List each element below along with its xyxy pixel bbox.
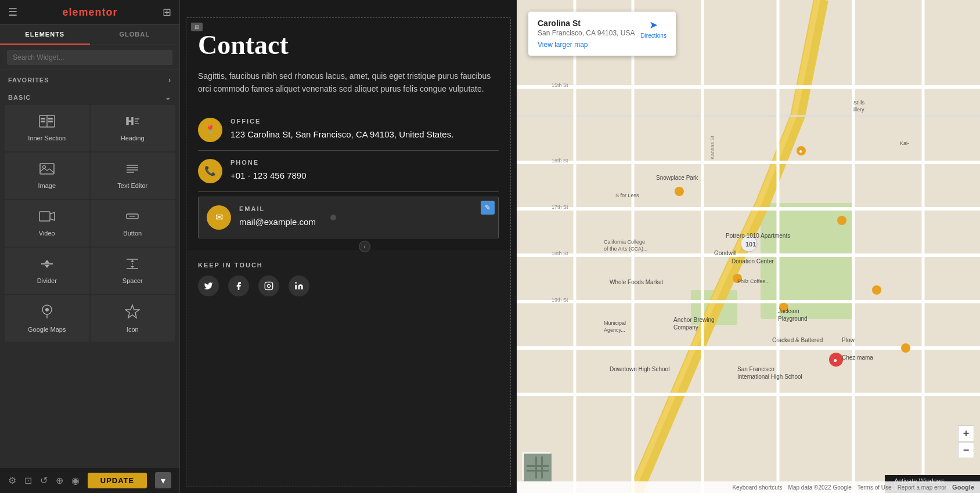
history-icon[interactable]: ↺ xyxy=(40,475,48,486)
svg-marker-28 xyxy=(131,260,134,262)
update-options-button[interactable]: ▾ xyxy=(155,472,171,488)
contact-title: Contact xyxy=(198,30,499,60)
tab-elements[interactable]: ELEMENTS xyxy=(0,25,90,45)
tab-global[interactable]: GLOBAL xyxy=(90,25,180,45)
map-data: Map data ©2022 Google xyxy=(788,484,852,491)
responsive-icon[interactable]: ⊡ xyxy=(24,475,32,486)
facebook-icon[interactable] xyxy=(228,276,249,296)
office-value: 123 Carolina St, San Francisco, CA 94103… xyxy=(230,128,499,142)
video-icon xyxy=(39,210,55,226)
video-label: Video xyxy=(39,230,55,237)
office-icon-circle: 📍 xyxy=(198,118,222,142)
section-handle[interactable]: ⊞ xyxy=(191,23,203,31)
map-popup: Carolina St San Francisco, CA 94103, USA… xyxy=(528,12,676,56)
phone-icon-circle: 📞 xyxy=(198,159,222,183)
svg-rect-4 xyxy=(48,118,53,119)
svg-text:illery: illery xyxy=(853,107,864,113)
svg-rect-5 xyxy=(48,121,53,122)
terms-of-use[interactable]: Terms of Use xyxy=(858,484,892,491)
report-map-error[interactable]: Report a map error xyxy=(898,484,946,491)
spacer-icon xyxy=(125,258,140,274)
phone-label: PHONE xyxy=(230,159,499,166)
svg-text:Cracked & Battered: Cracked & Battered xyxy=(772,337,823,343)
svg-text:17th St: 17th St xyxy=(552,204,568,210)
svg-marker-29 xyxy=(131,266,134,268)
svg-point-64 xyxy=(675,187,684,196)
svg-text:Municipal: Municipal xyxy=(604,320,626,326)
svg-text:California College: California College xyxy=(604,239,645,245)
map-footer-bar: Keyboard shortcuts Map data ©2022 Google… xyxy=(517,481,980,493)
zoom-out-button[interactable]: − xyxy=(958,442,974,458)
settings-icon[interactable]: ⚙ xyxy=(8,475,16,486)
page-preview: ⊞ Contact Sagittis, faucibus nibh sed rh… xyxy=(180,0,517,493)
element-inner-section[interactable]: Inner Section xyxy=(5,105,89,151)
directions-label: Directions xyxy=(640,32,666,39)
svg-point-32 xyxy=(45,308,49,311)
svg-text:Playground: Playground xyxy=(778,316,808,322)
sidebar-collapse-button[interactable]: ‹ xyxy=(359,241,370,252)
svg-text:Whole Foods Market: Whole Foods Market xyxy=(610,279,663,285)
elements-list: FAVORITES › BASIC ⌄ Inner Section H Head… xyxy=(0,70,179,467)
element-spacer[interactable]: Spacer xyxy=(91,248,175,294)
icon-icon xyxy=(125,304,140,322)
heading-icon: H xyxy=(125,115,140,131)
svg-text:Kai-: Kai- xyxy=(900,140,909,146)
svg-marker-24 xyxy=(45,265,49,268)
save-template-icon[interactable]: ⊕ xyxy=(56,475,63,486)
email-label: EMAIL xyxy=(239,205,490,212)
popup-title: Carolina St xyxy=(538,19,635,28)
instagram-icon[interactable] xyxy=(258,276,279,296)
view-larger-map-link[interactable]: View larger map xyxy=(538,41,635,49)
element-divider[interactable]: Divider xyxy=(5,248,89,294)
element-icon[interactable]: Icon xyxy=(91,295,175,342)
svg-marker-23 xyxy=(45,260,49,263)
search-input[interactable] xyxy=(7,50,172,65)
favorites-section-header[interactable]: FAVORITES › xyxy=(0,70,179,88)
svg-point-69 xyxy=(901,343,910,353)
svg-rect-3 xyxy=(41,121,45,122)
email-icon-circle: ✉ xyxy=(207,205,231,230)
element-heading[interactable]: H Heading xyxy=(91,105,175,151)
basic-section-header[interactable]: BASIC ⌄ xyxy=(0,88,179,105)
svg-rect-99 xyxy=(535,456,537,478)
email-value: mail@example.com xyxy=(239,216,490,229)
keyboard-shortcuts[interactable]: Keyboard shortcuts xyxy=(732,484,782,491)
svg-text:S for Less: S for Less xyxy=(615,193,639,198)
linkedin-icon[interactable] xyxy=(289,276,309,296)
contact-item-phone: 📞 PHONE +01 - 123 456 7890 xyxy=(198,151,499,192)
svg-marker-33 xyxy=(125,305,139,318)
element-image[interactable]: Image xyxy=(5,153,89,199)
svg-text:Chez mama: Chez mama xyxy=(842,354,873,361)
zoom-in-button[interactable]: + xyxy=(958,425,974,441)
svg-point-66 xyxy=(837,216,846,225)
svg-text:Stills: Stills xyxy=(853,100,865,106)
preview-icon[interactable]: ◉ xyxy=(71,475,80,486)
svg-text:Downtown High School: Downtown High School xyxy=(610,366,669,372)
svg-rect-13 xyxy=(40,164,54,174)
element-text-editor[interactable]: Text Editor xyxy=(91,153,175,199)
popup-info: Carolina St San Francisco, CA 94103, USA… xyxy=(538,19,635,49)
divider-icon xyxy=(39,258,55,274)
hamburger-icon[interactable]: ☰ xyxy=(8,6,17,19)
heading-label: Heading xyxy=(121,135,145,142)
footer-icons: ⚙ ⊡ ↺ ⊕ ◉ xyxy=(8,475,80,486)
grid-icon[interactable]: ⊞ xyxy=(163,6,171,19)
contact-item-email[interactable]: ✉ EMAIL mail@example.com ✎ xyxy=(198,197,499,238)
office-label: OFFICE xyxy=(230,118,499,125)
element-google-maps[interactable]: Google Maps xyxy=(5,295,89,342)
favorites-arrow: › xyxy=(168,76,171,84)
inner-section-icon xyxy=(39,115,55,131)
svg-rect-2 xyxy=(41,118,45,119)
twitter-icon[interactable] xyxy=(198,276,219,296)
contact-desc: Sagittis, faucibus nibh sed rhoncus lacu… xyxy=(198,70,499,96)
popup-directions[interactable]: ➤ Directions xyxy=(640,19,666,39)
update-button[interactable]: UPDATE xyxy=(88,473,147,488)
element-video[interactable]: Video xyxy=(5,200,89,246)
sidebar-tabs: ELEMENTS GLOBAL xyxy=(0,25,179,45)
element-button[interactable]: Button xyxy=(91,200,175,246)
svg-rect-97 xyxy=(527,465,549,467)
svg-text:15th St: 15th St xyxy=(552,82,568,88)
email-edit-button[interactable]: ✎ xyxy=(481,201,495,215)
popup-subtitle: San Francisco, CA 94103, USA xyxy=(538,29,635,37)
svg-text:101: 101 xyxy=(745,241,756,248)
